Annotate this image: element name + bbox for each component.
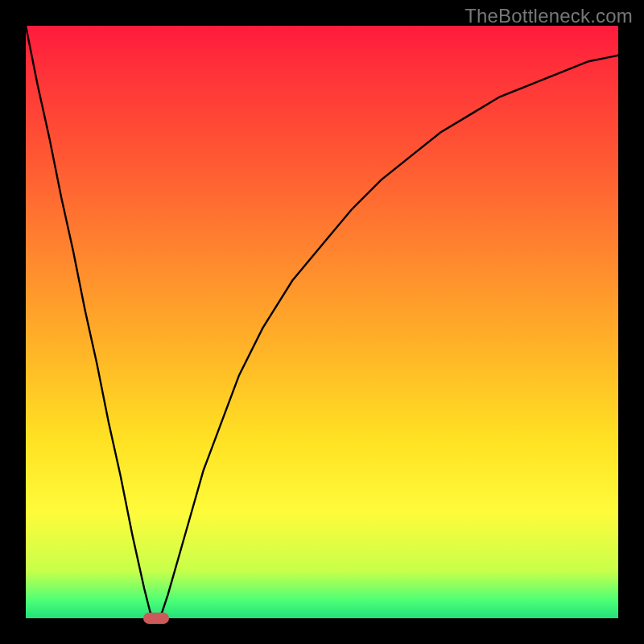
- curve-path: [26, 26, 618, 618]
- optimal-point-marker: [143, 613, 169, 624]
- chart-frame: TheBottleneck.com: [0, 0, 644, 644]
- plot-area: [26, 26, 618, 618]
- attribution-label: TheBottleneck.com: [464, 5, 633, 27]
- bottleneck-curve: [26, 26, 618, 618]
